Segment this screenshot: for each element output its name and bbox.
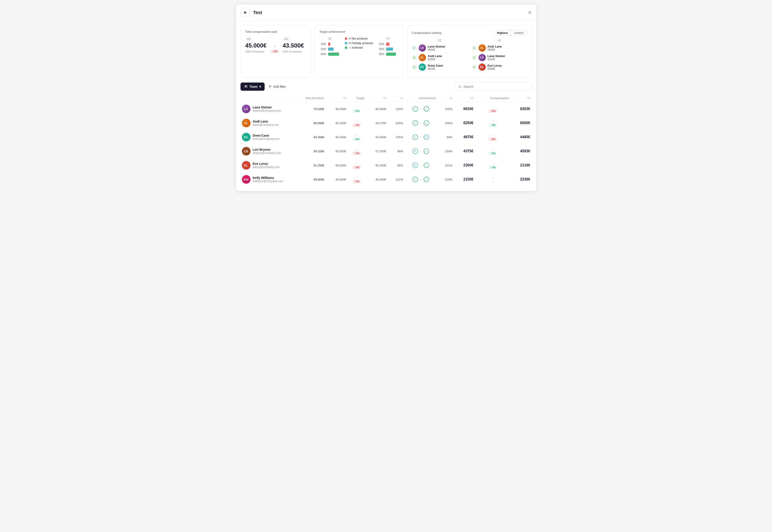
svg-marker-0 [244,11,247,14]
change-divider: → ↓ 5% [270,44,279,53]
person-email: lbryson@company.com [253,151,281,155]
rank-avatar-1: LS [419,44,426,52]
check-icon: ✓ [412,106,418,112]
rank-num-2: 2 [412,55,417,60]
change-badge-down: ↓ 8% [488,137,497,141]
target-v3-cell: 57.000€ [366,144,388,158]
person-cell: KW Kelly Williams kwilliams@company.com [241,172,291,186]
comp-change: → ↑ 5% [476,147,509,155]
rank-info-2: Andi Lane 6250€ [428,54,467,61]
svg-point-2 [246,85,247,86]
comp-v3-cell: 4485€ [510,130,532,144]
comp-v2-cell: 4875€ [454,130,475,144]
ranking-v3-col: V3 1 AL Andi Lane 6500€ 2 LS Lana Stei [472,39,527,73]
table-row: EL Eve Leroy eleroy@company.com 51.250€ … [241,158,532,172]
rank-info-3: Drew Cano 4875€ [428,64,467,70]
target-v3-cell: 63.000€ [366,130,388,144]
compensation-ranking-card: Compensation ranking Highest Lowest V2 1… [407,25,532,78]
comp-v2-amount: 2150€ [463,177,474,181]
table-row: DC Drew Cano dcano@company.com 63.458€ 6… [241,130,532,144]
comp-v3-amount: 2116€ [520,163,530,167]
target-v3-row-3: 55% [377,53,398,56]
lowest-button[interactable]: Lowest [511,30,526,35]
comp-v3-cell: 2236€ [510,172,532,186]
target-change: → ↑ 5% [349,133,364,141]
comp-v3-cell: 4593€ [510,144,532,158]
person-email: eleroy@company.com [253,166,280,169]
legend-not-achieved-label: ✕ Not achieved [349,37,367,40]
rank-info-v3-3: Eve Leroy 4593€ [488,64,527,70]
search-input[interactable] [463,85,528,88]
person-cell: LB Lori Bryson lbryson@company.com [241,144,291,158]
legend-dot-teal [345,42,347,44]
target-v2-row-2: 25% [320,48,340,51]
target-change: → ↓ 5% [349,161,364,169]
svg-line-7 [460,87,461,88]
target-v2-cell: 60.000€ [326,130,348,144]
partial-icon: ⟳ [424,134,429,140]
rank-avatar-v3-2: LS [478,54,486,61]
rank-avatar-v3-1: AL [478,44,486,52]
person-name: Kelly Williams [253,176,283,180]
play-button[interactable] [241,8,250,17]
person-info: Lori Bryson lbryson@company.com [253,148,281,155]
ach-arrow: → [419,136,422,139]
ach-arrow: → [419,121,422,125]
ranking-v2-item-1: 1 LS Lana Steiner 6816€ [412,44,467,52]
check-icon: ✓ [424,177,429,182]
ach-icons-cell: ⟳ → ✓ [405,158,437,172]
ach-v3-cell: 105% [437,102,454,116]
person-cell: LS Lana Steiner lsteiner@company.com [241,102,291,116]
check-icon: ✓ [412,134,418,140]
target-legend: ✕ Not achieved ⟳ Partially achieved ✓ Ac… [343,37,375,49]
ranking-v3-item-1: 1 AL Andi Lane 6500€ [472,44,527,52]
team-icon [244,85,248,88]
ach-v3-cell: 101% [437,158,454,172]
ranking-v3-label: V3 [472,39,527,42]
v2-sub: 15% of revenue [245,50,264,53]
check-icon: ✓ [424,106,429,112]
person-avatar: DC [242,133,251,141]
comp-change-cell: → → [475,172,510,186]
comp-v3-cell: 6500€ [510,116,532,130]
person-avatar: KW [242,175,251,184]
th-ach-v2: V2 [388,95,405,102]
new-business-cell: 49.800€ [291,172,326,186]
person-cell: DC Drew Cano dcano@company.com [241,130,291,144]
target-v3-col: V3 15% 30% 55% [377,37,398,58]
change-badge-up: ↑ 3% [488,166,497,169]
th-ach-v3: V3 [437,95,454,102]
new-business-cell: 51.250€ [291,158,326,172]
target-achievement-card: Target achievement V2 10% 25% 65% [315,25,403,78]
comp-v2-cell: 6250€ [454,116,475,130]
team-button[interactable]: Team ▾ [241,83,265,91]
target-change: → ↓ 5% [349,176,364,183]
ach-v2-cell: 98% [388,144,405,158]
rank-num-v3-3: 3 [472,65,477,70]
total-compensation-title: Total compensation paid [245,30,306,33]
rank-num-v3-2: 2 [472,55,477,60]
rank-info-1: Lana Steiner 6816€ [428,45,467,51]
highest-button[interactable]: Highest [493,30,511,36]
summary-row: Total compensation paid V2 45.000€ 15% o… [236,21,536,82]
table-row: LS Lana Steiner lsteiner@company.com 70.… [241,102,532,116]
app-window: Test ✕ Total compensation paid V2 45.000… [236,5,536,191]
add-filter-button[interactable]: Add filter [268,85,286,88]
target-change-cell: → ↓ 5% [348,172,366,186]
change-badge-down: ↓ 5% [352,123,361,127]
ach-v2-cell: 120% [388,102,405,116]
change-badge-up: ↑ 5% [352,137,361,141]
ach-v2-cell: 105% [388,116,405,130]
legend-partial: ⟳ Partially achieved [345,42,373,45]
ranking-v2-col: V2 1 LS Lana Steiner 6816€ 2 AL Andi L [412,39,467,73]
person-name: Drew Cano [253,134,280,137]
change-badge-down: ↓ 5% [352,151,361,155]
target-v2-row-1: 10% [320,43,340,46]
comp-v2-cell: 4375€ [454,144,475,158]
close-button[interactable]: ✕ [528,10,532,15]
target-v2-col: V2 10% 25% 65% [320,37,340,58]
person-info: Lana Steiner lsteiner@company.com [253,105,281,112]
v3-label: V3 [283,37,290,41]
check-icon: ✓ [424,148,429,154]
th-comp-v2: V2 [454,95,475,102]
